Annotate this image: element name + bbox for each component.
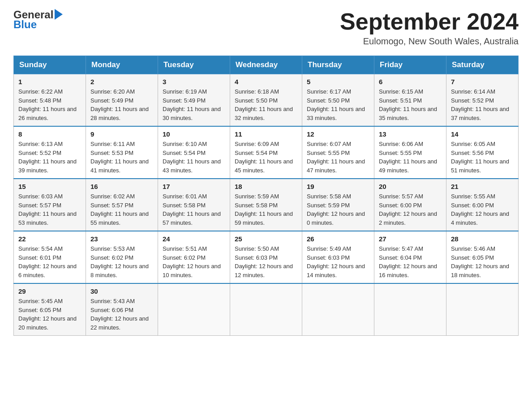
day-number: 10 — [163, 130, 225, 138]
day-number: 8 — [18, 130, 81, 138]
calendar-cell: 30 Sunrise: 5:43 AMSunset: 6:06 PMDaylig… — [86, 283, 158, 336]
title-section: September 2024 Eulomogo, New South Wales… — [340, 9, 519, 47]
calendar-cell: 11 Sunrise: 6:09 AMSunset: 5:54 PMDaylig… — [230, 126, 302, 179]
column-header-tuesday: Tuesday — [158, 56, 230, 74]
column-header-thursday: Thursday — [302, 56, 374, 74]
day-number: 28 — [451, 235, 514, 243]
month-title: September 2024 — [340, 9, 519, 34]
calendar-cell: 18 Sunrise: 5:59 AMSunset: 5:58 PMDaylig… — [230, 179, 302, 231]
day-info: Sunrise: 6:14 AMSunset: 5:52 PMDaylight:… — [451, 88, 509, 121]
logo-icon-wrap: General Blue — [13, 9, 63, 31]
calendar-cell: 28 Sunrise: 5:46 AMSunset: 6:05 PMDaylig… — [446, 231, 519, 283]
day-number: 16 — [90, 183, 153, 190]
day-info: Sunrise: 6:02 AMSunset: 5:57 PMDaylight:… — [90, 193, 149, 226]
day-info: Sunrise: 5:43 AMSunset: 6:06 PMDaylight:… — [90, 298, 149, 331]
day-info: Sunrise: 6:01 AMSunset: 5:58 PMDaylight:… — [163, 193, 221, 226]
column-header-friday: Friday — [374, 56, 446, 74]
calendar-cell: 14 Sunrise: 6:05 AMSunset: 5:56 PMDaylig… — [446, 126, 519, 179]
day-number: 6 — [379, 78, 442, 86]
day-number: 13 — [379, 130, 442, 138]
day-info: Sunrise: 5:45 AMSunset: 6:05 PMDaylight:… — [18, 298, 77, 331]
day-info: Sunrise: 5:54 AMSunset: 6:01 PMDaylight:… — [18, 245, 77, 278]
logo-arrow-icon — [55, 9, 63, 20]
day-info: Sunrise: 6:17 AMSunset: 5:50 PMDaylight:… — [307, 88, 365, 121]
day-number: 7 — [451, 78, 514, 86]
calendar-cell: 13 Sunrise: 6:06 AMSunset: 5:55 PMDaylig… — [374, 126, 446, 179]
calendar-cell: 21 Sunrise: 5:55 AMSunset: 6:00 PMDaylig… — [446, 179, 519, 231]
calendar-cell: 1 Sunrise: 6:22 AMSunset: 5:48 PMDayligh… — [14, 74, 86, 127]
day-info: Sunrise: 6:20 AMSunset: 5:49 PMDaylight:… — [90, 88, 149, 121]
day-info: Sunrise: 6:03 AMSunset: 5:57 PMDaylight:… — [18, 193, 77, 226]
calendar-week-row: 1 Sunrise: 6:22 AMSunset: 5:48 PMDayligh… — [14, 74, 519, 127]
day-number: 30 — [90, 287, 153, 295]
day-info: Sunrise: 6:22 AMSunset: 5:48 PMDaylight:… — [18, 88, 77, 121]
calendar-cell: 2 Sunrise: 6:20 AMSunset: 5:49 PMDayligh… — [86, 74, 158, 127]
day-info: Sunrise: 6:15 AMSunset: 5:51 PMDaylight:… — [379, 88, 437, 121]
day-number: 29 — [18, 287, 81, 295]
calendar-header-row: SundayMondayTuesdayWednesdayThursdayFrid… — [14, 56, 519, 74]
day-number: 26 — [307, 235, 369, 243]
day-number: 27 — [379, 235, 442, 243]
day-number: 24 — [163, 235, 225, 243]
calendar-cell: 17 Sunrise: 6:01 AMSunset: 5:58 PMDaylig… — [158, 179, 230, 231]
day-number: 21 — [451, 183, 514, 190]
day-info: Sunrise: 6:06 AMSunset: 5:55 PMDaylight:… — [379, 141, 437, 174]
calendar-week-row: 15 Sunrise: 6:03 AMSunset: 5:57 PMDaylig… — [14, 179, 519, 231]
header: General Blue September 2024 Eulomogo, Ne… — [13, 9, 519, 47]
day-info: Sunrise: 6:18 AMSunset: 5:50 PMDaylight:… — [235, 88, 293, 121]
day-number: 2 — [90, 78, 153, 86]
column-header-saturday: Saturday — [446, 56, 519, 74]
day-info: Sunrise: 5:50 AMSunset: 6:03 PMDaylight:… — [235, 245, 293, 278]
calendar-cell: 25 Sunrise: 5:50 AMSunset: 6:03 PMDaylig… — [230, 231, 302, 283]
day-number: 15 — [18, 183, 81, 190]
calendar-cell: 20 Sunrise: 5:57 AMSunset: 6:00 PMDaylig… — [374, 179, 446, 231]
day-info: Sunrise: 6:10 AMSunset: 5:54 PMDaylight:… — [163, 141, 221, 174]
logo: General Blue — [13, 9, 63, 31]
calendar-cell: 19 Sunrise: 5:58 AMSunset: 5:59 PMDaylig… — [302, 179, 374, 231]
calendar-cell — [374, 283, 446, 336]
day-number: 23 — [90, 235, 153, 243]
day-info: Sunrise: 5:55 AMSunset: 6:00 PMDaylight:… — [451, 193, 509, 226]
calendar-cell: 22 Sunrise: 5:54 AMSunset: 6:01 PMDaylig… — [14, 231, 86, 283]
calendar-cell — [302, 283, 374, 336]
calendar-cell: 7 Sunrise: 6:14 AMSunset: 5:52 PMDayligh… — [446, 74, 519, 127]
day-info: Sunrise: 5:57 AMSunset: 6:00 PMDaylight:… — [379, 193, 437, 226]
day-info: Sunrise: 5:58 AMSunset: 5:59 PMDaylight:… — [307, 193, 365, 226]
calendar-week-row: 29 Sunrise: 5:45 AMSunset: 6:05 PMDaylig… — [14, 283, 519, 336]
calendar-cell: 8 Sunrise: 6:13 AMSunset: 5:52 PMDayligh… — [14, 126, 86, 179]
calendar-cell: 15 Sunrise: 6:03 AMSunset: 5:57 PMDaylig… — [14, 179, 86, 231]
calendar-cell — [446, 283, 519, 336]
day-number: 19 — [307, 183, 369, 190]
day-info: Sunrise: 5:53 AMSunset: 6:02 PMDaylight:… — [90, 245, 149, 278]
calendar-cell: 16 Sunrise: 6:02 AMSunset: 5:57 PMDaylig… — [86, 179, 158, 231]
day-number: 25 — [235, 235, 297, 243]
calendar-cell: 24 Sunrise: 5:51 AMSunset: 6:02 PMDaylig… — [158, 231, 230, 283]
column-header-monday: Monday — [86, 56, 158, 74]
day-info: Sunrise: 5:51 AMSunset: 6:02 PMDaylight:… — [163, 245, 221, 278]
day-number: 18 — [235, 183, 297, 190]
calendar-cell: 6 Sunrise: 6:15 AMSunset: 5:51 PMDayligh… — [374, 74, 446, 127]
calendar-cell: 23 Sunrise: 5:53 AMSunset: 6:02 PMDaylig… — [86, 231, 158, 283]
day-info: Sunrise: 5:49 AMSunset: 6:03 PMDaylight:… — [307, 245, 365, 278]
day-number: 1 — [18, 78, 81, 86]
column-header-sunday: Sunday — [14, 56, 86, 74]
calendar-cell: 4 Sunrise: 6:18 AMSunset: 5:50 PMDayligh… — [230, 74, 302, 127]
day-number: 3 — [163, 78, 225, 86]
day-number: 9 — [90, 130, 153, 138]
day-info: Sunrise: 6:05 AMSunset: 5:56 PMDaylight:… — [451, 141, 509, 174]
day-info: Sunrise: 6:19 AMSunset: 5:49 PMDaylight:… — [163, 88, 221, 121]
calendar-cell — [158, 283, 230, 336]
calendar-cell: 27 Sunrise: 5:47 AMSunset: 6:04 PMDaylig… — [374, 231, 446, 283]
location-subtitle: Eulomogo, New South Wales, Australia — [340, 36, 519, 47]
day-info: Sunrise: 5:46 AMSunset: 6:05 PMDaylight:… — [451, 245, 509, 278]
day-number: 12 — [307, 130, 369, 138]
day-number: 4 — [235, 78, 297, 86]
day-info: Sunrise: 6:09 AMSunset: 5:54 PMDaylight:… — [235, 141, 293, 174]
calendar-cell: 10 Sunrise: 6:10 AMSunset: 5:54 PMDaylig… — [158, 126, 230, 179]
calendar-cell: 29 Sunrise: 5:45 AMSunset: 6:05 PMDaylig… — [14, 283, 86, 336]
calendar-cell: 3 Sunrise: 6:19 AMSunset: 5:49 PMDayligh… — [158, 74, 230, 127]
day-number: 17 — [163, 183, 225, 190]
calendar-cell: 12 Sunrise: 6:07 AMSunset: 5:55 PMDaylig… — [302, 126, 374, 179]
day-number: 14 — [451, 130, 514, 138]
day-number: 20 — [379, 183, 442, 190]
